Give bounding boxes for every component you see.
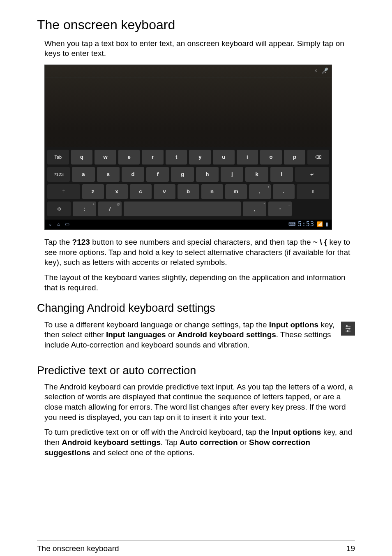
key-w[interactable]: w [95, 150, 116, 164]
key-o[interactable]: o [260, 150, 282, 164]
key-x[interactable]: x [106, 184, 128, 199]
blank-key [294, 202, 329, 216]
enter-icon: ↵ [310, 171, 314, 177]
key-q[interactable]: q [71, 150, 93, 164]
settings-icon: ⚙ [57, 206, 61, 212]
key-n[interactable]: n [201, 184, 223, 199]
predictive-paragraph: The Android keyboard can provide predict… [44, 382, 355, 423]
key-b[interactable]: b [178, 184, 199, 199]
settings-paragraph: To use a different keyboard language or … [44, 320, 337, 350]
key-g[interactable]: g [171, 167, 194, 182]
backspace-icon: ⌫ [315, 154, 322, 160]
key-t[interactable]: t [166, 150, 187, 164]
key-e[interactable]: e [118, 150, 140, 164]
home-icon[interactable]: ⌂ [57, 221, 60, 228]
overflow-menu-icon[interactable]: ⋮ [323, 67, 328, 74]
key-z[interactable]: z [82, 184, 104, 199]
shift-key-left[interactable]: ⇧ [47, 184, 80, 199]
key-r[interactable]: r [142, 150, 164, 164]
input-options-key[interactable]: ⚙ [47, 202, 71, 216]
shift-key-right[interactable]: ⇧ [297, 184, 330, 199]
heading-predictive: Predictive text or auto correction [37, 364, 355, 378]
spacebar-key[interactable] [124, 202, 241, 216]
wifi-icon: 📶 [317, 221, 323, 228]
shift-icon: ⇧ [62, 189, 65, 195]
svg-point-1 [346, 325, 348, 327]
key-slash[interactable]: /@ [98, 202, 122, 216]
backspace-key[interactable]: ⌫ [307, 150, 329, 164]
key-h[interactable]: h [196, 167, 219, 182]
key-m[interactable]: m [225, 184, 247, 199]
key-d[interactable]: d [122, 167, 144, 182]
svg-point-3 [349, 328, 350, 329]
input-options-icon [341, 322, 355, 336]
key-p[interactable]: p [284, 150, 306, 164]
symbols-paragraph: Tap the ?123 button to see numbers and s… [44, 237, 355, 268]
key-y[interactable]: y [189, 150, 211, 164]
page-number: 19 [346, 544, 355, 554]
shift-icon: ⇧ [311, 189, 315, 195]
keyboard-indicator-icon[interactable]: ⌨ [288, 221, 295, 228]
page-title: The onscreen keyboard [37, 16, 355, 34]
footer-title: The onscreen keyboard [37, 544, 119, 554]
back-icon[interactable]: ⌄ [48, 221, 52, 228]
key-v[interactable]: v [154, 184, 175, 199]
battery-icon: ▮ [325, 221, 328, 228]
key-f[interactable]: f [146, 167, 169, 182]
key-dash[interactable]: -_ [268, 202, 292, 216]
clear-icon[interactable]: × [314, 68, 317, 74]
sliders-icon [344, 325, 352, 332]
heading-settings: Changing Android keyboard settings [37, 301, 355, 315]
key-k[interactable]: k [245, 167, 268, 182]
key-j[interactable]: j [221, 167, 243, 182]
key-comma[interactable]: ,! [249, 184, 271, 199]
key-l[interactable]: l [270, 167, 293, 182]
key-u[interactable]: u [213, 150, 235, 164]
tab-key[interactable]: Tab [47, 150, 69, 164]
key-comma2[interactable]: ," [243, 202, 266, 216]
key-i[interactable]: i [237, 150, 258, 164]
keyboard-screenshot: × 🎤 ⋮ Tab q w e r t y u i o p ⌫ ?123 a s… [44, 65, 332, 230]
key-period[interactable]: . [273, 184, 295, 199]
system-bar: ⌄ ⌂ ▭ ⌨ 5:53 📶 ▮ [45, 220, 332, 229]
onscreen-keyboard[interactable]: Tab q w e r t y u i o p ⌫ ?123 a s d f g… [45, 147, 332, 220]
key-c[interactable]: c [130, 184, 152, 199]
key-colon[interactable]: :+ [73, 202, 96, 216]
key-s[interactable]: s [97, 167, 120, 182]
clock: 5:53 [298, 220, 314, 229]
page-footer: The onscreen keyboard 19 [37, 540, 355, 554]
recent-apps-icon[interactable]: ▭ [65, 221, 69, 228]
layout-note-paragraph: The layout of the keyboard varies slight… [44, 273, 355, 293]
search-bar[interactable]: × 🎤 ⋮ [45, 65, 332, 77]
svg-point-5 [347, 330, 348, 331]
predictive-toggle-paragraph: To turn predictive text on or off with t… [44, 427, 355, 458]
symbols-key[interactable]: ?123 [47, 167, 70, 182]
enter-key[interactable]: ↵ [295, 167, 329, 182]
key-a[interactable]: a [72, 167, 95, 182]
intro-paragraph: When you tap a text box to enter text, a… [44, 39, 355, 59]
